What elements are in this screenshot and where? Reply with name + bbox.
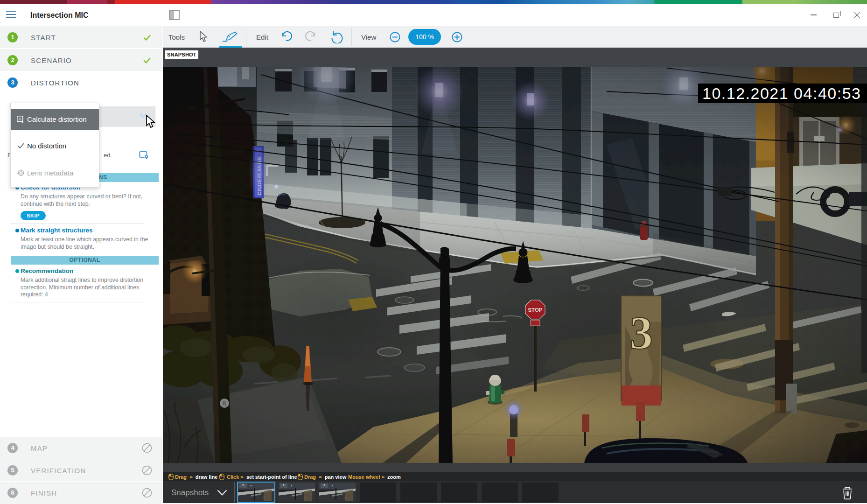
svg-text:10.12.2021 04:40:53: 10.12.2021 04:40:53	[702, 84, 861, 102]
svg-text:A: A	[18, 117, 21, 121]
